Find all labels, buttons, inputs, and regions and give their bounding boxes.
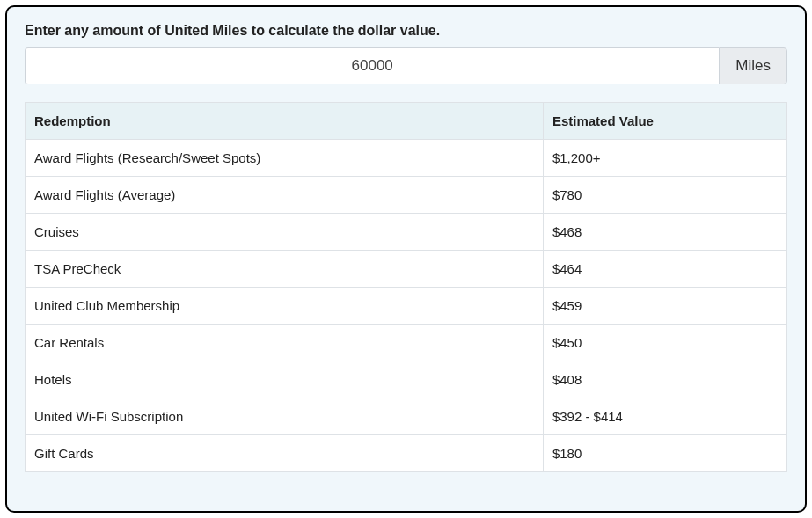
cell-redemption: Award Flights (Research/Sweet Spots) (26, 140, 544, 177)
cell-redemption: United Club Membership (26, 288, 544, 325)
cell-value: $468 (543, 214, 786, 251)
cell-redemption: Cruises (26, 214, 544, 251)
table-row: United Club Membership $459 (26, 288, 787, 325)
table-row: United Wi-Fi Subscription $392 - $414 (26, 398, 787, 435)
table-row: Cruises $468 (26, 214, 787, 251)
cell-value: $392 - $414 (543, 398, 786, 435)
table-row: TSA PreCheck $464 (26, 251, 787, 288)
cell-value: $180 (543, 435, 786, 472)
header-value: Estimated Value (543, 103, 786, 140)
cell-redemption: Gift Cards (26, 435, 544, 472)
table-row: Award Flights (Research/Sweet Spots) $1,… (26, 140, 787, 177)
cell-value: $450 (543, 325, 786, 361)
calculator-panel: Enter any amount of United Miles to calc… (5, 5, 807, 513)
cell-value: $459 (543, 288, 786, 325)
redemption-table: Redemption Estimated Value Award Flights… (25, 102, 787, 472)
table-row: Car Rentals $450 (26, 325, 787, 361)
miles-addon-label: Miles (719, 47, 787, 84)
header-redemption: Redemption (26, 103, 544, 140)
miles-input[interactable] (25, 47, 719, 84)
cell-redemption: TSA PreCheck (26, 251, 544, 288)
cell-value: $780 (543, 177, 786, 214)
cell-redemption: Hotels (26, 361, 544, 398)
cell-value: $1,200+ (543, 140, 786, 177)
input-group: Miles (25, 47, 787, 84)
table-row: Gift Cards $180 (26, 435, 787, 472)
table-row: Hotels $408 (26, 361, 787, 398)
cell-redemption: United Wi-Fi Subscription (26, 398, 544, 435)
cell-redemption: Car Rentals (26, 325, 544, 361)
table-row: Award Flights (Average) $780 (26, 177, 787, 214)
table-body: Award Flights (Research/Sweet Spots) $1,… (26, 140, 787, 472)
cell-value: $464 (543, 251, 786, 288)
prompt-text: Enter any amount of United Miles to calc… (25, 23, 787, 39)
cell-value: $408 (543, 361, 786, 398)
cell-redemption: Award Flights (Average) (26, 177, 544, 214)
